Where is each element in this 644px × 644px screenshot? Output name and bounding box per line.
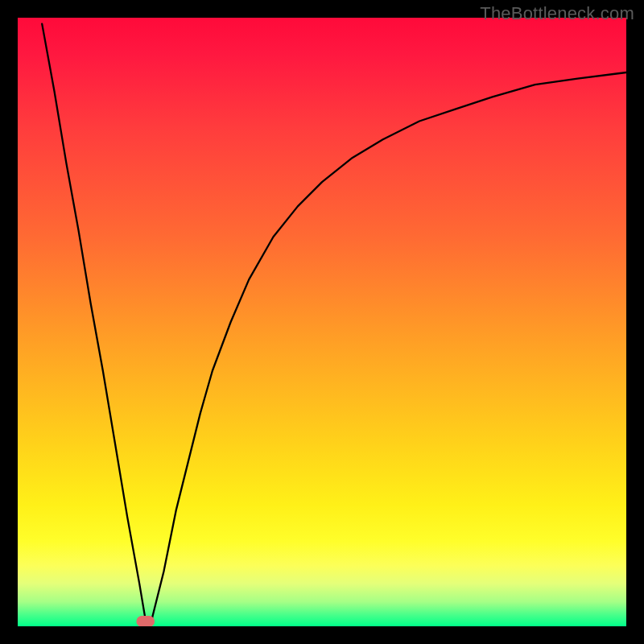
plot-area xyxy=(18,18,626,626)
watermark-text: TheBottleneck.com xyxy=(480,3,634,24)
chart-container: TheBottleneck.com xyxy=(0,0,644,644)
series-left-arm xyxy=(42,24,146,621)
curve-layer xyxy=(18,18,626,626)
sweet-spot-marker xyxy=(136,616,155,626)
series-right-arm xyxy=(151,72,626,620)
